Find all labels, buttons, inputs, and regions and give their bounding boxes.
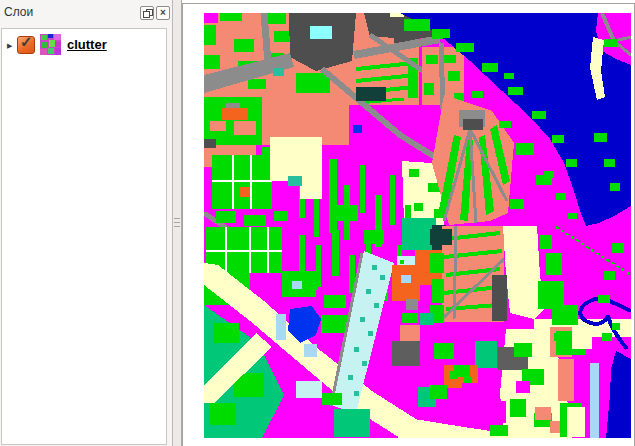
expander-arrow-icon[interactable]: ▶ bbox=[7, 42, 12, 50]
layer-tree: ▶ ✓ clutter bbox=[1, 28, 167, 445]
layers-panel: Слои × ▶ ✓ bbox=[0, 0, 172, 446]
map-canvas[interactable] bbox=[182, 3, 635, 446]
layer-name[interactable]: clutter bbox=[67, 37, 107, 52]
layer-thumbnail bbox=[40, 34, 61, 55]
layer-visibility-checkbox[interactable]: ✓ bbox=[17, 36, 35, 54]
layers-panel-title: Слои bbox=[4, 5, 33, 19]
clutter-raster bbox=[204, 13, 631, 438]
panel-splitter[interactable] bbox=[172, 0, 182, 446]
close-icon: × bbox=[160, 7, 166, 18]
checkmark-icon: ✓ bbox=[20, 33, 33, 51]
panel-restore-button[interactable] bbox=[140, 6, 154, 20]
layer-row-clutter[interactable]: ▶ ✓ clutter bbox=[2, 31, 166, 57]
panel-close-button[interactable]: × bbox=[156, 6, 170, 20]
splitter-grip-icon bbox=[174, 218, 180, 230]
